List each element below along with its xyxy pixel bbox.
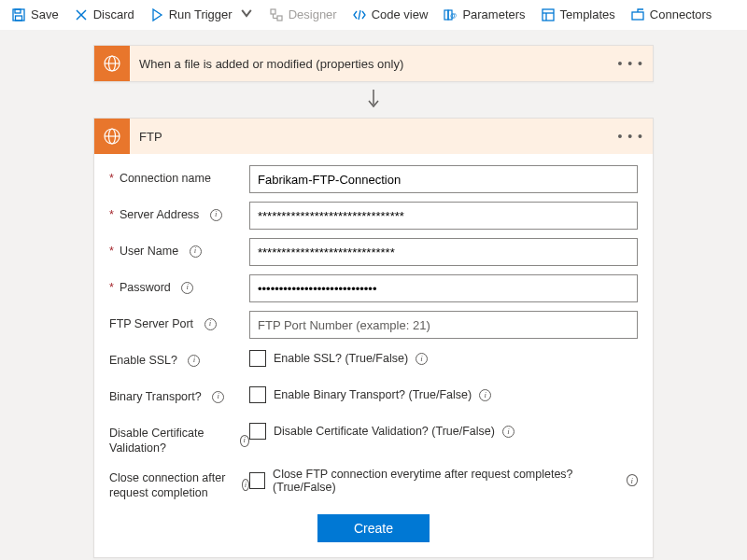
info-icon[interactable]: i — [416, 353, 428, 365]
designer-label: Designer — [289, 7, 337, 21]
ftp-connector-icon — [94, 119, 130, 154]
enable-ssl-checkbox[interactable] — [249, 350, 266, 367]
connection-name-label: *Connection name — [109, 165, 249, 186]
svg-rect-14 — [543, 9, 554, 21]
save-button[interactable]: Save — [4, 4, 66, 26]
svg-rect-11 — [444, 10, 448, 20]
info-icon[interactable]: i — [627, 474, 638, 486]
trigger-title: When a file is added or modified (proper… — [130, 57, 609, 71]
svg-text:@: @ — [450, 12, 457, 19]
trigger-header[interactable]: When a file is added or modified (proper… — [94, 46, 653, 81]
ftp-header[interactable]: FTP • • • — [94, 119, 653, 154]
binary-transport-checkbox[interactable] — [249, 386, 266, 403]
flow-arrow-icon — [0, 82, 747, 118]
svg-rect-1 — [15, 9, 21, 13]
templates-icon — [541, 7, 556, 22]
disable-cert-label: Disable Certificate Validation? i — [109, 420, 249, 456]
info-icon[interactable]: i — [242, 479, 249, 491]
info-icon[interactable]: i — [240, 435, 250, 447]
ftp-title: FTP — [130, 130, 609, 144]
play-icon — [149, 7, 164, 22]
parameters-label: Parameters — [462, 7, 525, 21]
info-icon[interactable]: i — [212, 391, 224, 403]
connectors-button[interactable]: Connectors — [623, 4, 719, 26]
connectors-icon — [630, 7, 645, 22]
username-label: *User Name i — [109, 238, 249, 259]
ftp-form: *Connection name *Server Address i *User… — [94, 154, 653, 557]
designer-canvas: When a file is added or modified (proper… — [0, 30, 747, 560]
info-icon[interactable]: i — [190, 245, 202, 258]
trigger-card: When a file is added or modified (proper… — [93, 45, 654, 82]
disable-cert-checkbox-label: Disable Certificate Validation? (True/Fa… — [274, 425, 495, 438]
close-conn-checkbox[interactable] — [249, 472, 265, 489]
trigger-menu-button[interactable]: • • • — [609, 56, 653, 71]
connection-name-input[interactable] — [249, 165, 638, 193]
code-view-label: Code view — [372, 7, 429, 21]
code-view-button[interactable]: Code view — [345, 4, 436, 26]
binary-transport-label: Binary Transport? i — [109, 384, 249, 404]
create-button[interactable]: Create — [317, 514, 430, 542]
binary-transport-checkbox-label: Enable Binary Transport? (True/False) — [274, 388, 472, 401]
ftp-menu-button[interactable]: • • • — [609, 129, 653, 144]
password-input[interactable] — [249, 274, 638, 302]
save-label: Save — [31, 7, 59, 21]
close-conn-label: Close connection after request completio… — [109, 465, 249, 501]
svg-rect-6 — [271, 9, 275, 14]
info-icon[interactable]: i — [479, 389, 491, 401]
username-input[interactable] — [249, 238, 638, 266]
run-trigger-label: Run Trigger — [169, 7, 233, 21]
enable-ssl-checkbox-label: Enable SSL? (True/False) — [274, 352, 408, 365]
info-icon[interactable]: i — [204, 318, 217, 330]
toolbar: Save Discard Run Trigger Designer Code v… — [0, 0, 747, 30]
ftp-action-card: FTP • • • *Connection name *Server Addre… — [93, 118, 654, 558]
server-address-input[interactable] — [249, 202, 638, 230]
templates-button[interactable]: Templates — [533, 4, 623, 26]
info-icon[interactable]: i — [210, 209, 222, 221]
parameters-button[interactable]: @ Parameters — [435, 4, 532, 26]
ftp-connector-icon — [94, 46, 130, 81]
info-icon[interactable]: i — [502, 426, 514, 438]
svg-rect-2 — [16, 16, 22, 21]
ftp-port-input[interactable] — [249, 311, 638, 339]
designer-button: Designer — [261, 4, 345, 26]
code-icon — [352, 7, 367, 22]
connectors-label: Connectors — [650, 7, 712, 21]
discard-label: Discard — [93, 7, 134, 21]
save-icon — [11, 7, 26, 22]
ftp-port-label: FTP Server Port i — [109, 311, 249, 331]
info-icon[interactable]: i — [181, 282, 193, 294]
info-icon[interactable]: i — [188, 355, 200, 367]
server-address-label: *Server Address i — [109, 202, 249, 222]
disable-cert-checkbox[interactable] — [249, 423, 266, 440]
close-conn-checkbox-label: Close FTP connection everytime after req… — [273, 468, 619, 494]
run-trigger-button[interactable]: Run Trigger — [142, 2, 261, 27]
svg-marker-5 — [153, 9, 162, 21]
svg-rect-17 — [632, 12, 643, 20]
discard-button[interactable]: Discard — [66, 4, 142, 26]
enable-ssl-label: Enable SSL? i — [109, 347, 249, 368]
svg-rect-7 — [277, 16, 282, 21]
templates-label: Templates — [560, 7, 615, 21]
parameters-icon: @ — [443, 7, 458, 22]
designer-icon — [269, 7, 284, 22]
password-label: *Password i — [109, 274, 249, 295]
svg-line-10 — [359, 10, 360, 20]
chevron-down-icon — [239, 6, 254, 23]
discard-icon — [74, 7, 89, 22]
